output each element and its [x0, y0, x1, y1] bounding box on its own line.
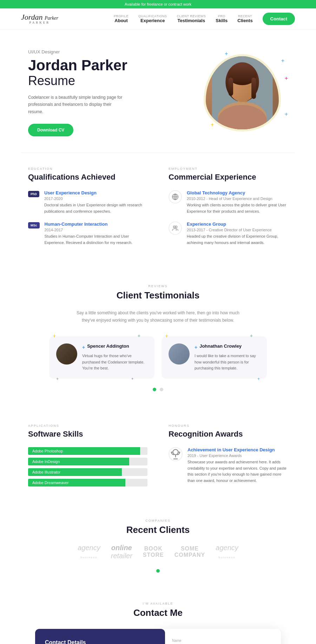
testimonials-title: Client Testimonials	[28, 290, 288, 301]
exp-icon-1	[169, 190, 182, 204]
exp-content-1: Global Technology Agency 2010-2012 - Hea…	[187, 190, 288, 214]
exp-company-1: Global Technology Agency	[187, 190, 288, 195]
testimonial-content-2: + Johnathan Crowley I would like to take…	[195, 343, 260, 372]
edu-exp-section: EDUCATION Qualifications Achieved PhD Us…	[0, 153, 316, 267]
skill-bar-inner-4	[74, 479, 125, 487]
employment-tag: EMPLOYMENT	[169, 167, 288, 170]
testimonials-section: REVIEWS Client Testimonials Say a little…	[0, 267, 316, 410]
testimonials-desc: Say a little something about the clients…	[70, 309, 246, 324]
card-cross-4: +	[131, 377, 133, 381]
contact-title: Contact Me	[28, 607, 288, 618]
client-logo-1: agencyBUSINESS	[78, 544, 100, 560]
avatar-light-img	[169, 343, 190, 365]
clients-carousel-dots	[28, 568, 288, 574]
edu-badge-phd: PhD	[28, 191, 39, 197]
globe-icon	[171, 193, 179, 201]
contact-inner: Contact Details 0208 123 4567 name@domai…	[35, 629, 281, 644]
edu-degree-2: Human-Computer Interaction	[45, 221, 147, 227]
download-cv-button[interactable]: Download CV	[28, 124, 73, 136]
skill-name-1: Adobe Photoshop	[28, 447, 74, 455]
group-icon	[171, 224, 179, 232]
deco-cross-5: +	[285, 75, 288, 82]
testimonial-avatar-1	[56, 343, 77, 365]
testimonials-tag: REVIEWS	[28, 284, 288, 288]
client-logo-5: agencyBUSINESS	[216, 544, 238, 560]
education-tag: EDUCATION	[28, 167, 147, 170]
hero-subtitle: UI/UX Designer	[28, 49, 197, 54]
svg-point-13	[173, 226, 176, 228]
contact-details-box: Contact Details 0208 123 4567 name@domai…	[35, 629, 165, 644]
clients-grid: agencyBUSINESS OnlineRetailer BOOKSTORE …	[28, 544, 288, 560]
testimonial-text-1: Virtual hugs for those who've purchased …	[82, 353, 147, 372]
clients-title: Recent Clients	[28, 524, 288, 535]
awards-col: HONOURS Recognition Awards Achievement i…	[169, 424, 288, 491]
form-field-name: Name	[172, 639, 271, 644]
edu-desc-2: Studies in Human-Computer Interaction an…	[45, 233, 147, 246]
skills-title: Software Skills	[28, 430, 147, 439]
clients-section: COMPANIES Recent Clients agencyBUSINESS …	[0, 505, 316, 588]
skill-bar-outer-3	[74, 468, 147, 476]
award-item-1: Achievement in User Experience Design 20…	[169, 447, 288, 484]
contact-section: I'M AVAILABLE Contact Me Contact Details…	[0, 588, 316, 644]
nav-item-experience[interactable]: Qualifications Experience	[138, 14, 167, 23]
edu-badge-msc: MSc	[28, 222, 40, 228]
carousel-dots	[28, 387, 288, 392]
exp-company-2: Experience Group	[187, 221, 288, 227]
exp-desc-1: Working with clients across the globe to…	[187, 202, 288, 214]
deco-cross-4: +	[285, 111, 288, 117]
awards-tag: HONOURS	[169, 424, 288, 427]
skill-bar-1: Adobe Photoshop	[28, 447, 147, 455]
avatar-svg	[206, 56, 279, 129]
skill-bar-inner-2	[74, 458, 129, 465]
skill-name-2: Adobe InDesign	[28, 458, 74, 465]
education-col: EDUCATION Qualifications Achieved PhD Us…	[28, 167, 147, 253]
logo-text: Jordan Parker PARKER	[21, 13, 58, 24]
skills-awards-section: APPLICATIONS Software Skills Adobe Photo…	[0, 410, 316, 505]
card2-cross-1: +	[165, 333, 168, 339]
exp-content-2: Experience Group 2013-2017 - Creative Di…	[187, 221, 288, 246]
nav-item-testimonials[interactable]: Client Reviews Testimonials	[177, 14, 206, 23]
hero-name: Jordan Parker	[28, 57, 197, 73]
skill-name-4: Adobe Dreamweaver	[28, 479, 74, 487]
hero-left: UI/UX Designer Jordan Parker Resume Code…	[28, 49, 197, 136]
hero-resume: Resume	[28, 73, 197, 88]
testimonial-name-2: Johnathan Crowley	[199, 343, 242, 349]
award-years-1: 2019 - User Experience Awards	[187, 453, 288, 458]
testimonial-content-1: + Spencer Addington Virtual hugs for tho…	[82, 343, 147, 372]
svg-rect-5	[229, 78, 233, 96]
nav-item-clients[interactable]: Recent Clients	[237, 14, 252, 23]
edu-years-2: 2014-2017	[45, 228, 147, 232]
form-label-name: Name	[172, 639, 271, 643]
svg-point-15	[173, 449, 178, 455]
hero-avatar-image	[206, 56, 279, 129]
nav-item-skills[interactable]: Pro Skills	[216, 14, 228, 23]
avatar-dark-img	[56, 343, 77, 365]
award-trophy-icon	[169, 448, 182, 461]
award-title-1: Achievement in User Experience Design	[187, 447, 288, 452]
skill-bar-2: Adobe InDesign	[28, 458, 147, 465]
award-icon-1	[169, 447, 183, 461]
award-content-1: Achievement in User Experience Design 20…	[187, 447, 288, 484]
svg-rect-6	[251, 78, 256, 99]
nav-item-about[interactable]: Profile About	[114, 14, 129, 23]
svg-point-14	[175, 226, 177, 228]
logo-sub: PARKER	[21, 21, 58, 24]
contact-form: Name email Message Submit Message	[158, 629, 281, 644]
clients-dot-active	[156, 569, 160, 573]
contact-button[interactable]: Contact	[263, 13, 295, 25]
client-logo-4: SOMECOMPANY	[175, 546, 205, 558]
testimonial-card-1: + + + + + Spencer Addington Virtual hugs…	[49, 336, 154, 379]
navigation: Jordan Parker PARKER Profile About Quali…	[0, 8, 316, 30]
exp-icon-2	[169, 221, 182, 235]
skill-bar-inner-3	[74, 468, 122, 476]
award-desc-1: Showcase your awards and achievement her…	[187, 459, 288, 484]
edu-degree-1: User Experience Design	[44, 190, 147, 195]
skill-bar-3: Adobe Illustrator	[28, 468, 147, 476]
logo: Jordan Parker PARKER	[21, 13, 58, 24]
client-logo-3: BOOKSTORE	[143, 546, 164, 558]
skills-col: APPLICATIONS Software Skills Adobe Photo…	[28, 424, 147, 491]
hero-avatar	[204, 54, 281, 131]
card-cross-2: +	[138, 333, 140, 339]
awards-title: Recognition Awards	[169, 430, 288, 439]
edu-years-1: 2017-2020	[44, 197, 147, 201]
